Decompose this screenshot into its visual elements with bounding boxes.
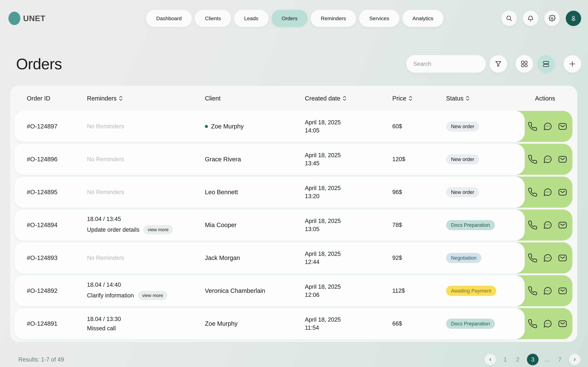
call-button[interactable] <box>527 253 538 263</box>
reminders-cell: No Reminders <box>87 156 205 163</box>
call-button[interactable] <box>527 154 538 165</box>
chat-button[interactable] <box>542 187 553 197</box>
status-cell: New order <box>446 121 525 132</box>
search-bar[interactable] <box>406 55 486 73</box>
brand-logo[interactable]: UNET <box>9 12 45 25</box>
page-1[interactable]: 1 <box>502 356 509 363</box>
grid-view-icon <box>520 60 528 68</box>
nav-item-dashboard[interactable]: Dashboard <box>146 10 192 27</box>
column-header-label: Client <box>205 95 221 102</box>
mail-icon <box>558 286 568 296</box>
order-row-card[interactable]: #O-124893 No Reminders Jack Morgan April… <box>15 242 525 273</box>
nav-item-reminders[interactable]: Reminders <box>311 10 356 27</box>
email-button[interactable] <box>557 318 568 329</box>
sort-icon[interactable] <box>342 96 347 101</box>
phone-icon <box>528 286 537 296</box>
no-reminders-label: No Reminders <box>87 156 124 162</box>
status-badge: Awaiting Payment <box>446 286 496 296</box>
mail-icon <box>558 187 568 197</box>
call-button[interactable] <box>527 318 538 329</box>
chat-button[interactable] <box>542 220 553 230</box>
order-row-card[interactable]: #O-124897 No Reminders Zoe Murphy April … <box>15 111 525 142</box>
list-view-button[interactable] <box>537 55 555 73</box>
status-cell: Negotiation <box>446 253 525 263</box>
nav-item-services[interactable]: Services <box>359 10 399 27</box>
status-cell: New order <box>446 154 525 164</box>
client-cell: Jack Morgan <box>205 254 305 261</box>
created-date: April 18, 2025 <box>305 316 392 324</box>
orders-table: Order ID Reminders Client Created date P… <box>10 86 577 342</box>
page-head: Orders <box>16 55 581 73</box>
created-date: April 18, 2025 <box>305 184 392 192</box>
call-button[interactable] <box>527 187 538 197</box>
chat-button[interactable] <box>542 154 553 165</box>
email-button[interactable] <box>557 220 568 230</box>
email-button[interactable] <box>557 154 568 165</box>
price-cell: 112$ <box>392 287 446 294</box>
reminder-time: 18.04 / 13:45 <box>87 216 205 222</box>
mail-icon <box>558 220 568 230</box>
view-more-button[interactable]: view more <box>143 225 173 234</box>
table-row: #O-124896 No Reminders Grace Rivera Apri… <box>15 144 572 175</box>
client-cell: Zoe Murphy <box>205 320 305 327</box>
order-row-card[interactable]: #O-124891 18.04 / 13:30 Missed call Zoe … <box>15 308 525 339</box>
mail-icon <box>558 122 568 131</box>
chat-button[interactable] <box>542 318 553 329</box>
column-header: Actions <box>525 95 572 102</box>
order-id: #O-124894 <box>27 222 87 228</box>
prev-page-button[interactable] <box>485 354 496 365</box>
call-button[interactable] <box>527 121 538 132</box>
nav-item-leads[interactable]: Leads <box>234 10 268 27</box>
grid-view-button[interactable] <box>516 55 533 73</box>
column-header: Reminders <box>87 95 205 102</box>
order-id: #O-124892 <box>27 287 87 294</box>
mail-icon <box>558 253 568 263</box>
search-button[interactable] <box>502 11 517 26</box>
created-date-cell: April 18, 2025 13:05 <box>305 217 392 233</box>
email-button[interactable] <box>557 187 568 197</box>
created-time: 13:45 <box>305 159 392 167</box>
sort-icon[interactable] <box>119 96 123 101</box>
view-more-button[interactable]: view more <box>138 291 167 300</box>
call-button[interactable] <box>527 286 538 296</box>
settings-button[interactable] <box>544 11 560 26</box>
order-row-card[interactable]: #O-124892 18.04 / 14:40 Clarify informat… <box>15 275 525 306</box>
add-order-button[interactable] <box>564 55 581 73</box>
bell-icon <box>527 15 534 22</box>
page-7[interactable]: 7 <box>556 356 563 363</box>
search-input[interactable] <box>413 60 486 67</box>
reminder-text: Update order details <box>87 226 139 233</box>
page-2[interactable]: 2 <box>514 356 521 363</box>
order-row-card[interactable]: #O-124896 No Reminders Grace Rivera Apri… <box>15 144 525 175</box>
next-page-button[interactable] <box>569 354 580 365</box>
client-cell: Veronica Chamberlain <box>205 287 305 294</box>
sort-icon[interactable] <box>466 96 470 101</box>
order-id: #O-124897 <box>27 123 87 130</box>
email-button[interactable] <box>557 286 568 296</box>
order-row-card[interactable]: #O-124894 18.04 / 13:45 Update order det… <box>15 209 525 241</box>
chat-icon <box>543 187 553 197</box>
sort-icon[interactable] <box>408 96 413 101</box>
notifications-button[interactable] <box>523 11 538 26</box>
price-cell: 96$ <box>392 189 446 195</box>
call-button[interactable] <box>527 220 538 230</box>
email-button[interactable] <box>557 253 568 263</box>
main-nav: DashboardClientsLeadsOrdersRemindersServ… <box>146 10 443 27</box>
filter-button[interactable] <box>490 55 507 73</box>
page-3[interactable]: 3 <box>527 354 538 365</box>
results-count: Results: 1-7 of 49 <box>18 356 64 363</box>
mail-icon <box>558 154 568 164</box>
reminders-cell: 18.04 / 13:30 Missed call <box>87 316 205 332</box>
nav-item-clients[interactable]: Clients <box>195 10 231 27</box>
chat-button[interactable] <box>542 121 553 132</box>
reminder-time: 18.04 / 14:40 <box>87 282 205 288</box>
order-row-card[interactable]: #O-124895 No Reminders Leo Bennett April… <box>15 177 525 208</box>
nav-item-orders[interactable]: Orders <box>271 10 308 27</box>
email-button[interactable] <box>557 121 568 132</box>
chat-button[interactable] <box>542 253 553 263</box>
chat-button[interactable] <box>542 286 553 296</box>
client-cell: Grace Rivera <box>205 156 305 163</box>
column-header-label: Reminders <box>87 95 117 102</box>
profile-avatar[interactable] <box>566 11 581 26</box>
nav-item-analytics[interactable]: Analytics <box>402 10 443 27</box>
